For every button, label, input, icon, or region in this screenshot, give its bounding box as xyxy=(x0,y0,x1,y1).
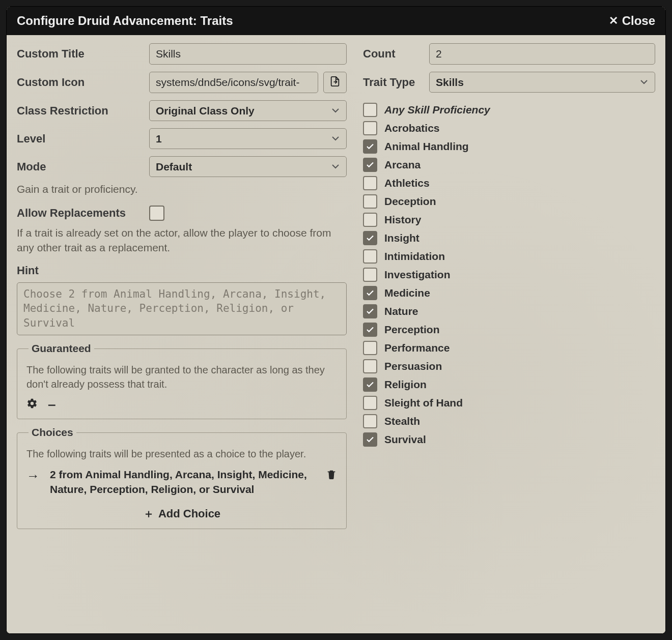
skill-label: Medicine xyxy=(384,287,430,299)
skill-label: Persuasion xyxy=(384,360,442,372)
row-class-restriction: Class Restriction Original Class Only xyxy=(17,100,347,121)
skill-checkbox[interactable] xyxy=(363,414,377,428)
label-mode: Mode xyxy=(17,160,149,173)
mode-hint: Gain a trait or proficiency. xyxy=(17,182,347,196)
skill-label: Insight xyxy=(384,232,419,244)
skill-checkbox[interactable] xyxy=(363,377,377,392)
skill-checkbox[interactable] xyxy=(363,304,377,318)
skill-checkbox[interactable] xyxy=(363,176,377,190)
skill-checkbox[interactable] xyxy=(363,103,377,117)
row-custom-title: Custom Title xyxy=(17,43,347,65)
skill-item: Stealth xyxy=(363,414,655,428)
skill-label: History xyxy=(384,214,421,226)
skill-checkbox[interactable] xyxy=(363,213,377,227)
label-class-restriction: Class Restriction xyxy=(17,104,149,118)
count-input[interactable] xyxy=(429,43,655,65)
file-import-icon xyxy=(329,76,341,89)
guaranteed-legend: Guaranteed xyxy=(29,342,94,355)
choices-group: Choices The following traits will be pre… xyxy=(17,426,347,529)
close-button[interactable]: ✕ Close xyxy=(609,14,655,28)
skill-item: Insight xyxy=(363,231,655,245)
arrow-right-icon: → xyxy=(26,468,40,484)
label-custom-icon: Custom Icon xyxy=(17,76,149,89)
guaranteed-desc: The following traits will be granted to … xyxy=(26,363,337,391)
label-allow-replacements: Allow Replacements xyxy=(17,207,149,220)
skill-item: Athletics xyxy=(363,176,655,190)
choice-item-text: 2 from Animal Handling, Arcana, Insight,… xyxy=(50,467,316,497)
skill-checkbox[interactable] xyxy=(363,231,377,245)
allow-replacements-checkbox[interactable] xyxy=(149,206,164,221)
skill-item: History xyxy=(363,213,655,227)
skill-list: Any Skill ProficiencyAcrobaticsAnimal Ha… xyxy=(363,103,655,447)
skill-label: Investigation xyxy=(384,269,451,281)
plus-icon: ＋ xyxy=(143,506,154,521)
skill-checkbox[interactable] xyxy=(363,139,377,154)
skill-checkbox[interactable] xyxy=(363,359,377,373)
skill-checkbox[interactable] xyxy=(363,249,377,264)
skill-checkbox[interactable] xyxy=(363,396,377,410)
skill-checkbox[interactable] xyxy=(363,268,377,282)
hint-textarea[interactable] xyxy=(17,282,347,335)
row-mode: Mode Default xyxy=(17,156,347,177)
class-restriction-select[interactable]: Original Class Only xyxy=(149,100,347,121)
skill-item: Survival xyxy=(363,432,655,447)
choices-desc: The following traits will be presented a… xyxy=(26,447,337,461)
window-title: Configure Druid Advancement: Traits xyxy=(17,14,233,28)
custom-title-input[interactable] xyxy=(149,43,347,65)
skill-label: Performance xyxy=(384,342,450,354)
skill-label: Arcana xyxy=(384,159,421,171)
trait-type-select[interactable]: Skills xyxy=(429,72,655,93)
skill-item: Medicine xyxy=(363,286,655,300)
gear-icon[interactable] xyxy=(26,398,38,411)
skill-checkbox[interactable] xyxy=(363,158,377,172)
skill-label: Deception xyxy=(384,195,436,208)
skill-checkbox[interactable] xyxy=(363,286,377,300)
config-window: Configure Druid Advancement: Traits ✕ Cl… xyxy=(6,6,666,634)
skill-label: Any Skill Proficiency xyxy=(384,104,490,116)
guaranteed-group: Guaranteed The following traits will be … xyxy=(17,342,347,419)
allow-replacements-hint: If a trait is already set on the actor, … xyxy=(17,226,347,255)
skill-checkbox[interactable] xyxy=(363,341,377,355)
row-level: Level 1 xyxy=(17,128,347,149)
skill-checkbox[interactable] xyxy=(363,121,377,135)
skill-label: Athletics xyxy=(384,177,430,189)
label-hint: Hint xyxy=(17,264,347,277)
skill-checkbox[interactable] xyxy=(363,194,377,209)
skill-checkbox[interactable] xyxy=(363,432,377,447)
file-picker-button[interactable] xyxy=(323,72,347,93)
skill-item: Animal Handling xyxy=(363,139,655,154)
label-level: Level xyxy=(17,132,149,146)
right-column: Count Trait Type Skills Any Skill Profic… xyxy=(363,43,655,623)
add-choice-button[interactable]: ＋ Add Choice xyxy=(26,503,337,521)
row-trait-type: Trait Type Skills xyxy=(363,72,655,93)
skill-item: Intimidation xyxy=(363,249,655,264)
level-select[interactable]: 1 xyxy=(149,128,347,149)
add-choice-label: Add Choice xyxy=(158,507,220,520)
remove-guaranteed-button[interactable]: – xyxy=(48,397,56,412)
skill-item: Persuasion xyxy=(363,359,655,373)
skill-item: Nature xyxy=(363,304,655,318)
choices-legend: Choices xyxy=(29,426,76,439)
skill-item: Perception xyxy=(363,323,655,337)
skill-item: Performance xyxy=(363,341,655,355)
skill-item: Any Skill Proficiency xyxy=(363,103,655,117)
skill-item: Investigation xyxy=(363,268,655,282)
close-icon: ✕ xyxy=(609,14,618,27)
titlebar: Configure Druid Advancement: Traits ✕ Cl… xyxy=(7,7,665,35)
left-column: Custom Title Custom Icon Class Re xyxy=(17,43,347,623)
mode-select[interactable]: Default xyxy=(149,156,347,177)
skill-label: Sleight of Hand xyxy=(384,397,463,409)
skill-item: Deception xyxy=(363,194,655,209)
choice-item[interactable]: → 2 from Animal Handling, Arcana, Insigh… xyxy=(26,467,337,497)
row-custom-icon: Custom Icon xyxy=(17,72,347,93)
custom-icon-input[interactable] xyxy=(149,72,318,93)
skill-label: Perception xyxy=(384,324,440,336)
label-count: Count xyxy=(363,47,429,61)
close-label: Close xyxy=(622,14,655,28)
skill-checkbox[interactable] xyxy=(363,323,377,337)
skill-item: Sleight of Hand xyxy=(363,396,655,410)
delete-choice-button[interactable] xyxy=(326,468,337,482)
label-custom-title: Custom Title xyxy=(17,47,149,61)
skill-item: Arcana xyxy=(363,158,655,172)
skill-label: Nature xyxy=(384,305,418,317)
